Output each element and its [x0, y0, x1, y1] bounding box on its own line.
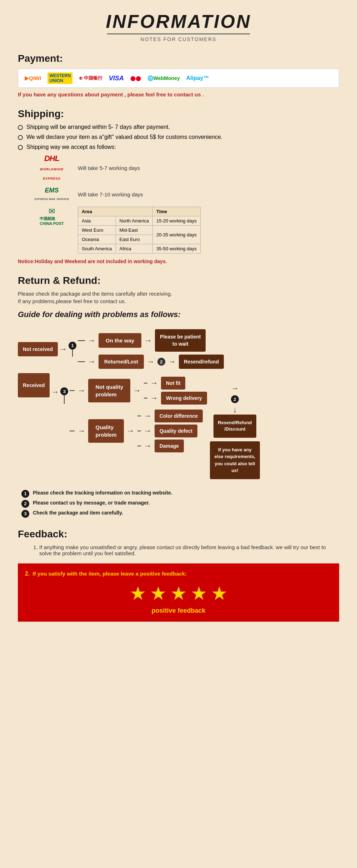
footnote-2: 2 Please contact us by message, or trade… [21, 500, 339, 508]
color-diff-row: → Color difference [137, 410, 203, 422]
branch-1: 1 [69, 342, 76, 357]
arrow-q: → [77, 426, 85, 436]
please-wait-box: Please be patientto wait [155, 329, 206, 352]
received-box: Received [18, 373, 50, 397]
arrow-1: → [59, 345, 67, 354]
dhl-logo: DHLWORLDWIDE EXPRESS [40, 154, 64, 181]
page-container: INFORMATION NOTES FOR CUSTOMERS Payment:… [0, 0, 357, 632]
star-1: ★ [130, 583, 146, 604]
received-branches: → Not qualityproblem → → Not fit → [70, 377, 207, 452]
wrong-delivery-box: Wrong delivery [161, 392, 207, 405]
shipping-text-2: We will declare your item as a"gift" val… [26, 134, 222, 140]
footnote-num-3: 3 [21, 510, 29, 518]
table-cell: East Euro [116, 235, 152, 244]
webmoney-logo: 🌐WebMoney [147, 75, 180, 81]
visa-logo: VISA [109, 75, 124, 82]
flow-received-row: Received → 3 → Not qualityproblem → [18, 373, 339, 479]
table-row: West Euro Mid-East 20-35 working days [78, 226, 201, 235]
feedback-title: Feedback: [18, 528, 339, 540]
footnote-1: 1 Please check the tracking information … [21, 490, 339, 498]
stars-row: ★ ★ ★ ★ ★ [25, 583, 332, 604]
arrow-1a2: → [144, 336, 152, 345]
shipping-text-1: Shipping will be arranged within 5- 7 da… [26, 124, 170, 130]
table-cell: West Euro [78, 226, 116, 235]
shipping-text-3: Shipping way we accept as follows: [26, 144, 116, 150]
star-4: ★ [191, 583, 207, 604]
star-5: ★ [211, 583, 228, 604]
stars-section: 2. If you satisfy with the item, please … [18, 563, 339, 622]
arrow-nq: → [77, 386, 85, 395]
table-cell: 15-20 working days [152, 216, 200, 226]
circle-2b: 2 [231, 395, 239, 403]
western-union-logo: WESTERNUNION [47, 72, 72, 84]
table-row: Asia North America 15-20 working days [78, 216, 201, 226]
footnote-text-3: Check the package and item carefully. [33, 510, 123, 516]
return-title: Return & Refund: [18, 275, 339, 286]
circle-3: 3 [60, 387, 68, 395]
return-text-2: If any problems,please feel free to cont… [18, 298, 339, 304]
vline-3 [64, 395, 65, 404]
ems-time: Will take 7-10 working days [78, 191, 143, 197]
alipay-logo: Alipay™ [186, 75, 209, 81]
qiwi-logo: ▶QIWI [25, 75, 41, 81]
table-cell: Africa [116, 244, 152, 254]
not-fit-box: Not fit [161, 377, 185, 390]
ems-row: EMSEXPRESS MAIL SERVICE Will take 7-10 w… [32, 187, 339, 202]
quality-row: → Qualityproblem → → Color difference → [70, 410, 207, 452]
circle-2a: 2 [157, 358, 165, 366]
hline-nq [70, 390, 75, 391]
flow-not-received-row: Not received → 1 → On the way → Ple [18, 329, 339, 369]
chinapost-label: 中国邮政CHINA POST [40, 216, 64, 226]
table-header-area: Area [78, 207, 153, 216]
feedback-item-2: If you satisfy with the item, please lea… [32, 571, 187, 577]
chinapost-icon: ✉ [49, 207, 55, 216]
mastercard-logo: ⬤⬤ [130, 76, 141, 81]
return-text-1: Please check the package and the items c… [18, 291, 339, 297]
shipping-title: Shipping: [18, 108, 339, 120]
shipping-item-2: We will declare your item as a"gift" val… [18, 134, 339, 140]
quality-defect-row: → Quality defect [137, 425, 203, 437]
payment-title: Payment: [18, 53, 339, 64]
on-the-way-box: On the way [99, 333, 141, 348]
not-fit-row: → Not fit [144, 377, 207, 390]
bullet-2 [18, 135, 23, 140]
arrow-1b: → [88, 357, 96, 366]
footnote-text-1: Please check the tracking information on… [33, 490, 172, 496]
damage-row: → Damage [137, 440, 203, 452]
footnote-text-2: Please contact us by message, or trade m… [33, 500, 150, 506]
feedback-item-1: If anything make you unsatisfied or angr… [39, 544, 339, 556]
not-quality-row: → Not qualityproblem → → Not fit → [70, 377, 207, 405]
page-title: INFORMATION [18, 11, 339, 32]
arrow-1b3: → [168, 357, 176, 366]
hline-1b [78, 361, 85, 362]
returned-box: Returned/Lost [99, 355, 144, 369]
branch-paths-1: → On the way → Please be patientto wait … [78, 329, 224, 369]
not-received-box: Not received [18, 342, 58, 356]
table-cell: 35-50 working days [152, 244, 200, 254]
table-cell: North America [116, 216, 152, 226]
ems-logo: EMSEXPRESS MAIL SERVICE [35, 187, 69, 201]
not-quality-box: Not qualityproblem [88, 379, 130, 402]
arrow-1a: → [88, 336, 96, 345]
shipping-item-3: Shipping way we accept as follows: [18, 144, 339, 150]
page-subtitle: NOTES FOR CUSTOMERS [107, 34, 250, 42]
shipping-table: Area Time Asia North America 15-20 worki… [78, 207, 201, 254]
footnote-num-1: 1 [21, 490, 29, 498]
footnote-3: 3 Check the package and item carefully. [21, 510, 339, 518]
arrow-final: → [231, 384, 239, 393]
feedback-num-2: 2. [25, 571, 30, 577]
china-post-row: ✉ 中国邮政CHINA POST Area Time Asia North Am… [32, 207, 339, 254]
wrong-delivery-row: → Wrong delivery [144, 392, 207, 405]
table-cell: 20-35 working days [152, 226, 200, 244]
not-quality-sub: → Not fit → Wrong delivery [144, 377, 207, 405]
resend-refund-discount-box: Resend/Refund/Discount [213, 415, 256, 437]
arrow-nq2: → [133, 386, 141, 395]
table-row: South America Africa 35-50 working days [78, 244, 201, 254]
table-cell: Mid-East [116, 226, 152, 235]
returned-row: → Returned/Lost → 2 → Resend/refund [78, 355, 224, 369]
guide-title: Guide for dealing with problems as follo… [18, 310, 339, 319]
bullet-3 [18, 145, 23, 150]
arrow-1b2: → [147, 357, 155, 366]
footnote-num-2: 2 [21, 500, 29, 508]
vline-1 [72, 350, 73, 357]
